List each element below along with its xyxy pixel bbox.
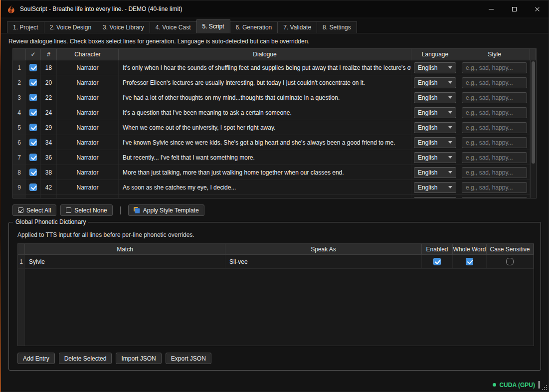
tab-8-settings[interactable]: 8. Settings [317,21,357,33]
tab-4-voice-cast[interactable]: 4. Voice Cast [150,21,197,33]
phonetic-empty-area [18,269,534,346]
checkbox-cell [26,75,41,90]
line-checkbox[interactable] [29,184,37,191]
language-column-header[interactable]: Language [411,49,459,60]
speak-as-column-header[interactable]: Speak As [225,244,422,255]
style-template-icon [134,207,140,213]
language-cell: English [411,75,459,90]
style-cell [459,180,530,195]
select-none-button[interactable]: Select None [60,204,112,216]
language-select[interactable]: English [414,167,456,178]
case-sensitive-checkbox[interactable] [506,258,514,265]
apply-style-template-button[interactable]: Apply Style Template [128,204,204,216]
style-input[interactable] [462,152,527,163]
match-column-header[interactable]: Match [25,244,225,255]
line-number [41,195,57,198]
whole-word-column-header[interactable]: Whole Word [453,244,487,255]
line-checkbox[interactable] [29,79,37,86]
check-column-header[interactable]: ✓ [26,49,41,60]
tab-1-project[interactable]: 1. Project [7,21,44,33]
style-column-header[interactable]: Style [459,49,530,60]
style-input[interactable] [462,107,527,118]
character-column-header[interactable]: Character [57,49,119,60]
dialogue-row: 118NarratorIt's only when I hear the sou… [13,60,530,75]
language-select[interactable]: English [414,137,456,148]
language-select[interactable] [414,197,456,198]
close-icon [535,6,540,12]
import-json-button[interactable]: Import JSON [116,353,161,364]
checkbox-cell [26,60,41,75]
delete-selected-button[interactable]: Delete Selected [59,353,112,364]
device-status-label: CUDA (GPU) [499,382,535,389]
line-checkbox[interactable] [29,124,37,131]
language-select[interactable]: English [414,77,456,88]
resize-grip[interactable] [542,385,547,390]
vertical-scrollbar[interactable] [530,60,536,198]
language-select[interactable]: English [414,122,456,133]
language-cell: English [411,105,459,120]
dialogue-cell: I've known Sylvie since we were kids. Sh… [119,135,411,150]
chevron-down-icon [448,186,452,189]
language-select[interactable]: English [414,62,456,73]
style-input[interactable] [462,197,527,198]
style-input[interactable] [462,77,527,88]
line-checkbox[interactable] [29,109,37,116]
style-input[interactable] [462,182,527,193]
enabled-checkbox[interactable] [433,258,441,265]
language-select[interactable]: English [414,107,456,118]
phonetic-description: Applied to TTS input for all lines befor… [17,231,194,238]
tab-7-validate[interactable]: 7. Validate [277,21,317,33]
tab-3-voice-library[interactable]: 3. Voice Library [97,21,150,33]
number-column-header[interactable]: # [41,49,57,60]
whole-word-checkbox[interactable] [466,258,473,265]
line-checkbox[interactable] [29,169,37,176]
scrollbar-thumb[interactable] [532,61,535,164]
language-value: English [418,139,448,146]
dialogue-column-header[interactable]: Dialogue [119,49,411,60]
maximize-icon [512,7,517,11]
language-value: English [418,64,448,71]
character-cell: Narrator [57,60,119,75]
selection-toolbar: Select All Select None Apply Style Templ… [12,204,204,216]
line-checkbox[interactable] [29,94,37,101]
language-select[interactable]: English [414,92,456,103]
style-input[interactable] [462,167,527,178]
tab-2-voice-design[interactable]: 2. Voice Design [44,21,97,33]
dialogue-row: 736NarratorBut recently... I've felt tha… [13,150,530,165]
tab-5-script[interactable]: 5. Script [196,19,230,33]
style-input[interactable] [462,122,527,133]
line-checkbox[interactable] [29,139,37,146]
style-input[interactable] [462,62,527,73]
line-checkbox[interactable] [29,64,37,71]
export-json-button[interactable]: Export JSON [166,353,211,364]
select-all-button[interactable]: Select All [12,204,56,216]
enabled-column-header[interactable]: Enabled [422,244,453,255]
row-header: 1 [18,255,25,268]
language-select[interactable]: English [414,152,456,163]
case-sensitive-column-header[interactable]: Case Sensitive [487,244,534,255]
tab-6-generation[interactable]: 6. Generation [230,21,278,33]
line-number: 42 [41,180,57,195]
minimize-button[interactable] [480,0,503,17]
style-input[interactable] [462,92,527,103]
character-cell: Narrator [57,135,119,150]
style-input[interactable] [462,137,527,148]
instructions-text: Review dialogue lines. Check boxes selec… [8,38,310,45]
chevron-down-icon [448,111,452,114]
line-checkbox[interactable] [29,154,37,161]
language-cell: English [411,180,459,195]
maximize-button[interactable] [503,0,526,17]
speak-as-cell: Sil-vee [225,255,422,268]
dialogue-cell: Professor Eileen's lectures are usually … [119,75,411,90]
close-button[interactable] [526,0,549,17]
line-number: 29 [41,120,57,135]
checkbox-cell [26,150,41,165]
row-header: 1 [13,60,26,75]
row-header [13,195,26,198]
line-number: 36 [41,150,57,165]
title-bar: SoulScript - Breathe life into every lin… [0,0,549,17]
language-select[interactable]: English [414,182,456,193]
checkbox-cell [26,180,41,195]
dialogue-row-partial [13,195,530,198]
add-entry-button[interactable]: Add Entry [17,353,55,364]
